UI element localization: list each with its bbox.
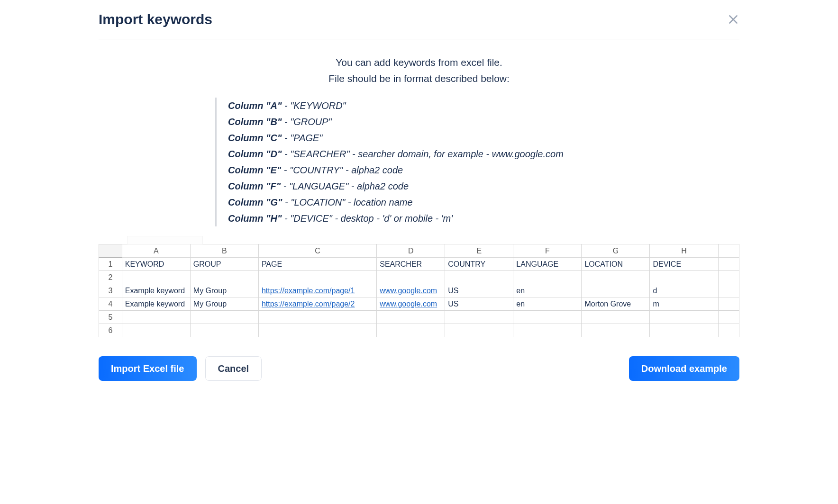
col-letter: E (445, 244, 513, 258)
cell (122, 271, 190, 284)
cell: My Group (190, 297, 258, 311)
download-example-button[interactable]: Download example (629, 356, 739, 381)
col-letter: F (513, 244, 582, 258)
table-row: 3Example keywordMy Grouphttps://example.… (99, 284, 739, 297)
spreadsheet-table: A B C D E F G H 1KEYWORDGROUPPAGESEARCHE… (99, 244, 739, 337)
cell: https://example.com/page/2 (258, 297, 376, 311)
column-spec: Column "G" - "LOCATION" - location name (228, 194, 623, 210)
cell: d (650, 284, 718, 297)
info-line-2: File should be in format described below… (99, 71, 739, 87)
cell (258, 311, 376, 324)
cell (190, 271, 258, 284)
cell (582, 311, 650, 324)
cell (718, 284, 739, 297)
cell (650, 271, 718, 284)
cell (650, 311, 718, 324)
dialog-header: Import keywords (99, 11, 739, 39)
cell: KEYWORD (122, 258, 190, 271)
import-excel-button[interactable]: Import Excel file (99, 356, 197, 381)
column-spec: Column "F" - "LANGUAGE" - alpha2 code (228, 178, 623, 194)
column-spec: Column "B" - "GROUP" (228, 114, 623, 130)
cell: My Group (190, 284, 258, 297)
spreadsheet-example: A B C D E F G H 1KEYWORDGROUPPAGESEARCHE… (99, 236, 739, 337)
cell: DEVICE (650, 258, 718, 271)
cell: Morton Grove (582, 297, 650, 311)
cell (718, 258, 739, 271)
cell (513, 311, 582, 324)
column-format-list: Column "A" - "KEYWORD" Column "B" - "GRO… (215, 98, 623, 226)
cell (377, 271, 445, 284)
cell (258, 271, 376, 284)
col-letter: A (122, 244, 190, 258)
cell (718, 324, 739, 337)
cell (445, 324, 513, 337)
cell: m (650, 297, 718, 311)
action-bar: Import Excel file Cancel Download exampl… (99, 356, 739, 381)
cell: Example keyword (122, 297, 190, 311)
table-row: 2 (99, 271, 739, 284)
row-number: 3 (99, 284, 122, 297)
cell (122, 311, 190, 324)
dialog-title: Import keywords (99, 11, 212, 27)
cell: LOCATION (582, 258, 650, 271)
col-letter: D (377, 244, 445, 258)
cell (718, 297, 739, 311)
cell: https://example.com/page/1 (258, 284, 376, 297)
row-number: 5 (99, 311, 122, 324)
column-spec: Column "C" - "PAGE" (228, 130, 623, 146)
cell (445, 311, 513, 324)
cell: www.google.com (377, 284, 445, 297)
cell: GROUP (190, 258, 258, 271)
col-letter: B (190, 244, 258, 258)
cell: Example keyword (122, 284, 190, 297)
cell (650, 324, 718, 337)
cell (513, 271, 582, 284)
cell (190, 324, 258, 337)
cell (258, 324, 376, 337)
table-row: 4Example keywordMy Grouphttps://example.… (99, 297, 739, 311)
cell (582, 284, 650, 297)
info-text: You can add keywords from excel file. Fi… (99, 54, 739, 86)
info-line-1: You can add keywords from excel file. (99, 54, 739, 71)
cell (582, 324, 650, 337)
cell (377, 311, 445, 324)
cell (122, 324, 190, 337)
column-spec: Column "A" - "KEYWORD" (228, 98, 623, 114)
cancel-button[interactable]: Cancel (205, 356, 262, 381)
cell (190, 311, 258, 324)
column-letters-row: A B C D E F G H (99, 244, 739, 258)
cell (582, 271, 650, 284)
row-number: 1 (99, 258, 122, 271)
cell (377, 324, 445, 337)
column-spec: Column "E" - "COUNTRY" - alpha2 code (228, 162, 623, 178)
cell: US (445, 284, 513, 297)
cell (513, 324, 582, 337)
col-letter-extra (718, 244, 739, 258)
cell: www.google.com (377, 297, 445, 311)
row-number: 4 (99, 297, 122, 311)
corner-cell (99, 244, 122, 258)
cell (445, 271, 513, 284)
row-number: 6 (99, 324, 122, 337)
col-letter: G (582, 244, 650, 258)
formula-bar-fragment (127, 236, 203, 244)
cell: PAGE (258, 258, 376, 271)
table-row: 5 (99, 311, 739, 324)
table-row: 1KEYWORDGROUPPAGESEARCHERCOUNTRYLANGUAGE… (99, 258, 739, 271)
column-spec: Column "D" - "SEARCHER" - searcher domai… (228, 146, 623, 162)
cell: LANGUAGE (513, 258, 582, 271)
close-icon[interactable] (727, 13, 739, 26)
cell: SEARCHER (377, 258, 445, 271)
table-row: 6 (99, 324, 739, 337)
cell: US (445, 297, 513, 311)
cell (718, 271, 739, 284)
row-number: 2 (99, 271, 122, 284)
cell: COUNTRY (445, 258, 513, 271)
cell: en (513, 284, 582, 297)
cell (718, 311, 739, 324)
col-letter: C (258, 244, 376, 258)
column-spec: Column "H" - "DEVICE" - desktop - 'd' or… (228, 210, 623, 226)
cell: en (513, 297, 582, 311)
col-letter: H (650, 244, 718, 258)
